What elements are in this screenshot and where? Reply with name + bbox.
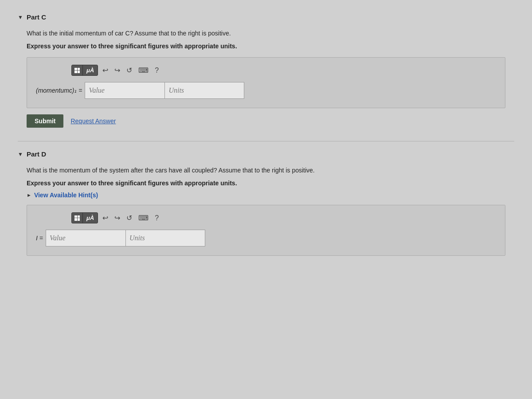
part-d-units-input[interactable] bbox=[125, 230, 205, 246]
part-c-refresh-btn[interactable]: ↺ bbox=[125, 65, 134, 75]
part-c-format-group[interactable]: μÀ bbox=[71, 65, 98, 76]
part-c-answer-box: μÀ ↩ ↪ ↺ ⌨ ? (momentumc)₁ = bbox=[27, 57, 505, 108]
part-c-submit-row: Submit Request Answer bbox=[27, 114, 505, 128]
part-d-answer-label: I = bbox=[36, 235, 43, 242]
part-d-mu-btn[interactable]: μÀ bbox=[83, 213, 98, 223]
part-c-submit-button[interactable]: Submit bbox=[27, 114, 63, 128]
part-d-redo-btn[interactable]: ↪ bbox=[113, 213, 122, 223]
part-c-request-answer-button[interactable]: Request Answer bbox=[70, 117, 116, 125]
part-c-redo-btn[interactable]: ↪ bbox=[113, 65, 122, 75]
part-c-title: Part C bbox=[27, 13, 46, 21]
part-d-collapse-icon: ▼ bbox=[18, 151, 23, 157]
part-c-header[interactable]: ▼ Part C bbox=[18, 13, 514, 21]
part-c-section: ▼ Part C What is the initial momentum of… bbox=[18, 13, 514, 128]
part-c-grid-btn[interactable] bbox=[72, 65, 83, 75]
part-c-collapse-icon: ▼ bbox=[18, 14, 23, 20]
part-c-question1: What is the initial momentum of car C? A… bbox=[18, 29, 514, 38]
part-c-answer-row: (momentumc)₁ = bbox=[36, 82, 496, 99]
part-c-question2: Express your answer to three significant… bbox=[18, 42, 514, 51]
part-d-title: Part D bbox=[27, 150, 46, 158]
part-d-question1: What is the momentum of the system after… bbox=[18, 166, 514, 175]
grid-icon-d bbox=[74, 215, 80, 221]
part-d-section: ▼ Part D What is the momentum of the sys… bbox=[18, 150, 514, 256]
part-c-keyboard-btn[interactable]: ⌨ bbox=[137, 65, 150, 75]
part-c-help-btn[interactable]: ? bbox=[153, 66, 160, 75]
part-d-question2: Express your answer to three significant… bbox=[18, 179, 514, 188]
grid-icon bbox=[74, 68, 80, 73]
part-c-units-input[interactable] bbox=[164, 82, 244, 99]
part-d-undo-btn[interactable]: ↩ bbox=[101, 213, 110, 223]
part-d-hint-row[interactable]: ► View Available Hint(s) bbox=[18, 192, 514, 199]
part-d-answer-row: I = bbox=[36, 230, 496, 246]
part-d-format-group[interactable]: μÀ bbox=[71, 212, 98, 223]
hint-arrow-icon: ► bbox=[27, 192, 31, 198]
part-c-mu-btn[interactable]: μÀ bbox=[83, 65, 98, 75]
part-c-answer-label: (momentumc)₁ = bbox=[36, 87, 82, 94]
part-d-grid-btn[interactable] bbox=[72, 213, 83, 223]
part-c-toolbar: μÀ ↩ ↪ ↺ ⌨ ? bbox=[36, 65, 496, 76]
part-d-toolbar: μÀ ↩ ↪ ↺ ⌨ ? bbox=[36, 212, 496, 223]
part-d-keyboard-btn[interactable]: ⌨ bbox=[137, 213, 150, 223]
section-divider bbox=[18, 141, 514, 141]
part-d-value-input[interactable] bbox=[46, 230, 125, 246]
part-d-refresh-btn[interactable]: ↺ bbox=[125, 213, 134, 223]
part-d-header[interactable]: ▼ Part D bbox=[18, 150, 514, 158]
part-d-answer-box: μÀ ↩ ↪ ↺ ⌨ ? I = bbox=[27, 205, 505, 256]
part-d-hint-link[interactable]: View Available Hint(s) bbox=[34, 192, 98, 199]
part-d-help-btn[interactable]: ? bbox=[153, 213, 160, 223]
part-c-value-input[interactable] bbox=[85, 82, 164, 99]
part-c-undo-btn[interactable]: ↩ bbox=[101, 65, 110, 75]
